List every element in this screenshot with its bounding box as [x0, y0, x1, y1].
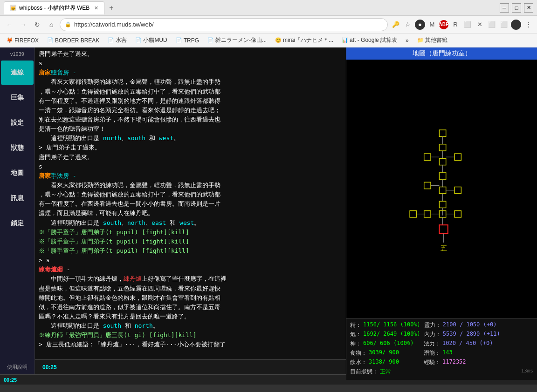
user-circle-icon[interactable]: [511, 20, 521, 30]
exp-label: 經驗：: [424, 358, 441, 366]
key-icon[interactable]: 🔑: [391, 20, 401, 30]
gmail-icon[interactable]: M: [427, 20, 437, 30]
terminal-line: ，喂～小心點！免得被他們施放的五毒給打中了，看來他們的武功都: [39, 190, 342, 199]
maximize-button[interactable]: □: [512, 3, 521, 13]
url-bar[interactable]: 🔒 https://catworld.muds.tw/web/: [60, 18, 388, 31]
ext2-icon[interactable]: ⬜: [487, 20, 497, 30]
terminal-line: 這裡明顯的出口是 north、south 和 west。: [39, 134, 342, 143]
usage-link[interactable]: 使用說明: [7, 364, 28, 372]
water-stat: 飲水： 3138/ 900: [350, 358, 420, 366]
close-button[interactable]: ✕: [524, 3, 533, 13]
command-input[interactable]: [64, 364, 342, 371]
bookmark-ramen[interactable]: 📄 雑ニラーメン-像山...: [205, 35, 269, 45]
status-value: 正常: [380, 368, 391, 376]
tab-favicon: 🐱: [10, 5, 16, 11]
new-tab-button[interactable]: +: [104, 2, 118, 14]
terminal-line: 別在去招惹這些聽音房弟子，不然下場可能會很慘的，往西看過去也: [39, 115, 342, 124]
nav-icons: 🔑 ☆ ● M ABP R ⬜ ✕ ⬜ ⬜ ⋮: [391, 20, 533, 30]
bookmark-mirai[interactable]: 😊 mirai「ハナヒメ＊...: [272, 35, 336, 45]
bookmark-trpg[interactable]: 📄 TRPG: [173, 36, 202, 45]
spirit-stat: 神： 606/ 606 (100%): [350, 340, 420, 348]
map-svg: 五: [346, 60, 537, 316]
inner-value: 5539 / 2890 (+11): [443, 331, 500, 338]
twitter-icon[interactable]: ✕: [475, 20, 485, 30]
terminal-line: 區嗎？不准人走嗎？看來只有北方是回去的唯一道路了。: [39, 312, 342, 321]
profile-icon[interactable]: ●: [415, 20, 425, 30]
mp-value: 2100 / 1050 (+0): [443, 321, 497, 329]
star-icon[interactable]: ☆: [403, 20, 413, 30]
ext1-icon[interactable]: ⬜: [462, 20, 473, 30]
ext3-icon[interactable]: ⬜: [499, 20, 509, 30]
tab-close-icon[interactable]: ✕: [94, 5, 98, 11]
inner-stat: 內力： 5539 / 2890 (+11): [424, 331, 500, 338]
browser-tab[interactable]: 🐱 whipboss - 小貓的世界 WEB ✕: [4, 1, 104, 14]
skill-label: 潛能：: [424, 349, 441, 357]
status-label: 狀態: [11, 144, 24, 152]
bm-icon-ramen: 📄: [207, 37, 214, 43]
window-controls: ─ □ ✕: [500, 3, 533, 13]
terminal-line: 盡是藥味，但這味道有點嗆，五色煙霧在四周環繞，看來你最好趕快: [39, 284, 342, 293]
terminal-line: 練毒爐廻 -: [39, 265, 342, 274]
sidebar-btn-giant[interactable]: 巨集: [1, 86, 34, 110]
bookmark-borderbreak[interactable]: 📄 BORDER BREAK: [44, 36, 102, 45]
terminal-line: 唐門弟子走了過來。: [39, 49, 342, 59]
svg-rect-0: [346, 60, 537, 316]
status-stat: 目前狀態： 正常: [350, 368, 391, 376]
sidebar-btn-map[interactable]: 地圖: [1, 161, 34, 185]
rakuten-icon[interactable]: R: [450, 20, 461, 30]
terminal-line: 唐家手法房 -: [39, 171, 342, 181]
sidebar-btn-lock[interactable]: 鎖定: [1, 211, 34, 236]
home-button[interactable]: ⌂: [46, 19, 57, 30]
water-value: 3138/ 900: [369, 358, 399, 366]
minimize-button[interactable]: ─: [500, 3, 509, 13]
skill-value: 143: [442, 349, 453, 357]
bookmark-catmud[interactable]: 📄 小貓MUD: [132, 35, 170, 45]
tab-title: whipboss - 小貓的世界 WEB: [19, 4, 90, 12]
sidebar-btn-connect[interactable]: 連線: [1, 61, 34, 85]
hp-value: 1156/ 1156 (100%): [363, 321, 420, 329]
stats-row-2: 氣： 1692/ 2649 (100%) 內力： 5539 / 2890 (+1…: [350, 331, 533, 338]
map-canvas: 五: [346, 60, 537, 316]
bm-icon-others: 📁: [417, 37, 424, 43]
law-label: 法力：: [424, 340, 441, 348]
terminal-line: s: [39, 162, 342, 171]
settings-label: 設定: [11, 119, 24, 127]
terminal-line: 有一個程度了。在西邊看過去也是一間小小的書房。而南邊則是一片: [39, 199, 342, 209]
exp-value: 1172352: [442, 358, 466, 366]
stats-section: 精： 1156/ 1156 (100%) 靈力： 2100 / 1050 (+0…: [346, 318, 537, 380]
bookmark-others[interactable]: 📁 其他書籤: [414, 35, 450, 45]
sidebar-btn-settings[interactable]: 設定: [1, 111, 34, 135]
food-label: 食物：: [350, 349, 367, 357]
bottom-time: 00:25: [4, 377, 17, 383]
terminal[interactable]: 唐門弟子走了過來。 s 唐家聽音房 - 看來大家都很勤勞的練功呢，金屬聲，輕功聲…: [35, 47, 346, 359]
back-button[interactable]: ←: [4, 19, 15, 30]
url-text: https://catworld.muds.tw/web/: [74, 21, 383, 28]
nav-bar: ← → ↻ ⌂ 🔒 https://catworld.muds.tw/web/ …: [0, 16, 537, 34]
svg-text:五: 五: [441, 244, 447, 252]
bookmark-att[interactable]: 📊 att - Google 試算表: [339, 35, 400, 45]
terminal-line: 是清一色的聽音練功室！: [39, 124, 342, 134]
map-section: 地圖（唐門練功室）: [346, 47, 537, 318]
bookmark-firefox[interactable]: 🦊 FIREFOX: [4, 36, 41, 45]
stats-row-3: 神： 606/ 606 (100%) 法力： 1020 / 450 (+0): [350, 340, 533, 348]
bm-icon-catmud: 📄: [135, 37, 142, 43]
food-value: 3039/ 900: [369, 349, 399, 357]
bookmark-water[interactable]: 📄 水害: [105, 35, 130, 45]
bookmarks-bar: 🦊 FIREFOX 📄 BORDER BREAK 📄 水害 📄 小貓MUD 📄 …: [0, 34, 537, 47]
terminal-line: 中間好一頂斗大的練丹爐，練丹爐上好像寫了些什麼應字，在這裡: [39, 274, 342, 284]
terminal-line: 唐門弟子走了過來。: [39, 153, 342, 162]
terminal-line: ※練丹師「最強守門員」唐三長(t gi) [fight][kill]: [39, 331, 342, 340]
terminal-line: ※「勝手童子」唐門弟子(t pupil) [fight][kill]: [39, 228, 342, 237]
status-label: 目前狀態：: [350, 368, 378, 376]
law-stat: 法力： 1020 / 450 (+0): [424, 340, 494, 348]
sidebar-btn-status[interactable]: 狀態: [1, 136, 34, 160]
terminal-line: 看來大家都很勤勞的練功呢，金屬聲，輕功聲，跟無止盡的手勢: [39, 77, 342, 87]
terminal-exits: 這裡明顯的出口是 south 和 north。: [39, 321, 342, 331]
sidebar-btn-message[interactable]: 訊息: [1, 186, 34, 210]
forward-button[interactable]: →: [18, 19, 29, 30]
reload-button[interactable]: ↻: [32, 19, 43, 30]
hp-stat: 精： 1156/ 1156 (100%): [350, 321, 420, 329]
bookmark-more[interactable]: »: [403, 36, 412, 45]
adblock-icon[interactable]: ABP: [439, 20, 448, 29]
menu-icon[interactable]: ⋮: [523, 20, 533, 30]
